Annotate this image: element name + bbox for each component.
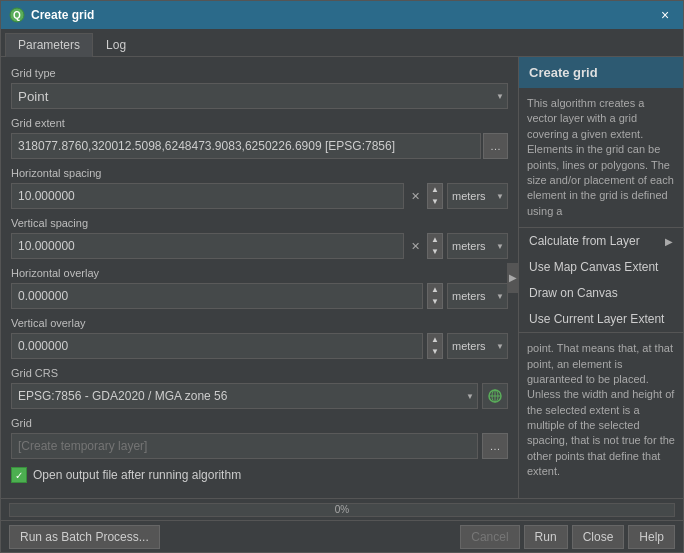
horizontal-overlay-label: Horizontal overlay xyxy=(11,267,508,279)
app-icon: Q xyxy=(9,7,25,23)
vertical-spacing-label: Vertical spacing xyxy=(11,217,508,229)
close-button[interactable]: × xyxy=(655,7,675,23)
right-panel: ▶ Create grid This algorithm creates a v… xyxy=(518,57,683,498)
grid-output-section: Grid … xyxy=(11,417,508,459)
grid-crs-wrapper: EPSG:7856 - GDA2020 / MGA zone 56 xyxy=(11,383,478,409)
grid-crs-section: Grid CRS EPSG:7856 - GDA2020 / MGA zone … xyxy=(11,367,508,409)
horizontal-spacing-row: ✕ ▲ ▼ meters kilometers feet xyxy=(11,183,508,209)
vertical-spacing-input[interactable] xyxy=(11,233,404,259)
main-window: Q Create grid × Parameters Log Grid type… xyxy=(0,0,684,553)
window-title: Create grid xyxy=(31,8,655,22)
grid-crs-select[interactable]: EPSG:7856 - GDA2020 / MGA zone 56 xyxy=(11,383,478,409)
right-panel-desc: This algorithm creates a vector layer wi… xyxy=(519,88,683,228)
grid-extent-button[interactable]: … xyxy=(483,133,508,159)
vertical-overlay-row: ▲ ▼ meters kilometers feet xyxy=(11,333,508,359)
content-area: Grid type Point Line Polygon Grid extent… xyxy=(1,57,683,498)
grid-type-select[interactable]: Point Line Polygon xyxy=(11,83,508,109)
horizontal-overlay-section: Horizontal overlay ▲ ▼ meters kilometers… xyxy=(11,267,508,309)
horizontal-spacing-unit[interactable]: meters kilometers feet xyxy=(447,183,508,209)
grid-crs-row: EPSG:7856 - GDA2020 / MGA zone 56 xyxy=(11,383,508,409)
vertical-spacing-spinner: ▲ ▼ xyxy=(427,233,443,259)
vertical-spacing-down[interactable]: ▼ xyxy=(428,246,442,258)
progress-bar: 0% xyxy=(9,503,675,517)
horizontal-spacing-clear[interactable]: ✕ xyxy=(408,190,423,203)
grid-type-label: Grid type xyxy=(11,67,508,79)
panel-toggle[interactable]: ▶ xyxy=(507,263,519,293)
right-panel-footer-text: point. That means that, at that point, a… xyxy=(519,333,683,488)
vertical-spacing-row: ✕ ▲ ▼ meters kilometers feet xyxy=(11,233,508,259)
vertical-overlay-label: Vertical overlay xyxy=(11,317,508,329)
horizontal-spacing-input[interactable] xyxy=(11,183,404,209)
grid-output-input[interactable] xyxy=(11,433,478,459)
titlebar: Q Create grid × xyxy=(1,1,683,29)
vertical-overlay-unit[interactable]: meters kilometers feet xyxy=(447,333,508,359)
vertical-overlay-spinner: ▲ ▼ xyxy=(427,333,443,359)
tab-bar: Parameters Log xyxy=(1,29,683,57)
grid-output-row: … xyxy=(11,433,508,459)
horizontal-spacing-up[interactable]: ▲ xyxy=(428,184,442,196)
grid-extent-input[interactable] xyxy=(11,133,481,159)
grid-extent-label: Grid extent xyxy=(11,117,508,129)
vertical-spacing-unit[interactable]: meters kilometers feet xyxy=(447,233,508,259)
checkbox-label: Open output file after running algorithm xyxy=(33,468,241,482)
vertical-overlay-section: Vertical overlay ▲ ▼ meters kilometers f… xyxy=(11,317,508,359)
globe-icon xyxy=(487,388,503,404)
vertical-spacing-up[interactable]: ▲ xyxy=(428,234,442,246)
progress-text: 0% xyxy=(335,504,349,515)
vertical-overlay-unit-wrapper: meters kilometers feet xyxy=(447,333,508,359)
progress-bar-container: 0% xyxy=(1,498,683,520)
grid-extent-section: Grid extent … xyxy=(11,117,508,159)
horizontal-overlay-row: ▲ ▼ meters kilometers feet xyxy=(11,283,508,309)
menu-item-draw-on-canvas[interactable]: Draw on Canvas xyxy=(519,280,683,306)
grid-output-button[interactable]: … xyxy=(482,433,508,459)
horizontal-overlay-up[interactable]: ▲ xyxy=(428,284,442,296)
horizontal-spacing-section: Horizontal spacing ✕ ▲ ▼ meters kilomete… xyxy=(11,167,508,209)
checkbox-open-output[interactable]: ✓ xyxy=(11,467,27,483)
vertical-spacing-unit-wrapper: meters kilometers feet xyxy=(447,233,508,259)
grid-extent-row: … xyxy=(11,133,508,159)
menu-item-use-map-canvas[interactable]: Use Map Canvas Extent xyxy=(519,254,683,280)
vertical-overlay-down[interactable]: ▼ xyxy=(428,346,442,358)
help-button[interactable]: Help xyxy=(628,525,675,549)
grid-type-wrapper: Point Line Polygon xyxy=(11,83,508,109)
batch-process-button[interactable]: Run as Batch Process... xyxy=(9,525,160,549)
horizontal-overlay-input[interactable] xyxy=(11,283,423,309)
right-panel-menu: Calculate from Layer ▶ Use Map Canvas Ex… xyxy=(519,228,683,333)
horizontal-overlay-spinner: ▲ ▼ xyxy=(427,283,443,309)
vertical-spacing-section: Vertical spacing ✕ ▲ ▼ meters kilometers… xyxy=(11,217,508,259)
right-panel-header: Create grid xyxy=(519,57,683,88)
horizontal-spacing-down[interactable]: ▼ xyxy=(428,196,442,208)
vertical-overlay-input[interactable] xyxy=(11,333,423,359)
bottom-left: Run as Batch Process... xyxy=(9,525,160,549)
close-button-bottom[interactable]: Close xyxy=(572,525,625,549)
horizontal-spacing-spinner: ▲ ▼ xyxy=(427,183,443,209)
checkbox-row[interactable]: ✓ Open output file after running algorit… xyxy=(11,467,508,483)
run-button[interactable]: Run xyxy=(524,525,568,549)
cancel-button[interactable]: Cancel xyxy=(460,525,519,549)
tab-log[interactable]: Log xyxy=(93,33,139,56)
bottom-bar: Run as Batch Process... Cancel Run Close… xyxy=(1,520,683,552)
bottom-right: Cancel Run Close Help xyxy=(460,525,675,549)
arrow-right-icon: ▶ xyxy=(665,236,673,247)
horizontal-overlay-unit-wrapper: meters kilometers feet xyxy=(447,283,508,309)
grid-type-section: Grid type Point Line Polygon xyxy=(11,67,508,109)
grid-crs-button[interactable] xyxy=(482,383,508,409)
svg-text:Q: Q xyxy=(13,10,21,21)
horizontal-spacing-unit-wrapper: meters kilometers feet xyxy=(447,183,508,209)
menu-item-use-current-layer[interactable]: Use Current Layer Extent xyxy=(519,306,683,332)
grid-output-label: Grid xyxy=(11,417,508,429)
tab-parameters[interactable]: Parameters xyxy=(5,33,93,57)
grid-crs-label: Grid CRS xyxy=(11,367,508,379)
vertical-overlay-up[interactable]: ▲ xyxy=(428,334,442,346)
left-panel: Grid type Point Line Polygon Grid extent… xyxy=(1,57,518,498)
vertical-spacing-clear[interactable]: ✕ xyxy=(408,240,423,253)
horizontal-overlay-unit[interactable]: meters kilometers feet xyxy=(447,283,508,309)
horizontal-overlay-down[interactable]: ▼ xyxy=(428,296,442,308)
horizontal-spacing-label: Horizontal spacing xyxy=(11,167,508,179)
menu-item-calculate-from-layer[interactable]: Calculate from Layer ▶ xyxy=(519,228,683,254)
